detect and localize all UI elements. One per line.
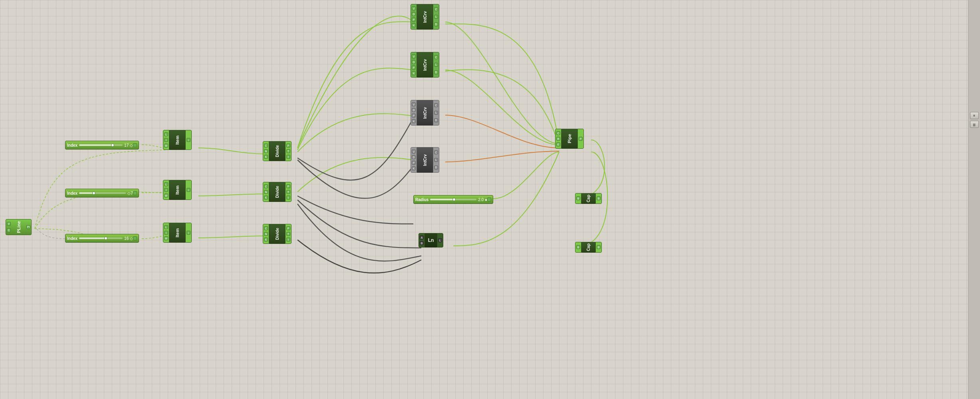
radius-slider-label: Radius <box>415 198 429 202</box>
ic3-l: L <box>434 111 438 115</box>
index-slider-2-label: Index <box>67 191 77 196</box>
right-panel: ≡ ||| <box>968 0 980 399</box>
ic1-c: C <box>434 7 438 11</box>
pline-port-pl: Pl <box>26 225 30 229</box>
intcrv-node-1[interactable]: V D P K IntCrv C L D <box>411 4 439 30</box>
intcrv3-label: IntCrv <box>423 107 427 119</box>
ic3-d2: D <box>434 118 438 122</box>
ic1-d2: D <box>434 22 438 26</box>
div1-port-n: N <box>264 149 268 153</box>
item2-port-w: W <box>164 194 168 198</box>
pipe-port-p: P <box>579 137 583 141</box>
ln-port-a: A <box>420 235 424 239</box>
item1-port-out: i <box>186 138 190 142</box>
index-slider-2[interactable]: Index ◇7 <box>65 189 139 198</box>
cap2-port-b-out: B <box>597 245 601 249</box>
intcrv-node-2[interactable]: V D P K IntCrv C L D <box>411 52 439 78</box>
index-slider-2-output <box>133 191 137 195</box>
index-slider-3-output <box>133 236 137 240</box>
panel-button-2[interactable]: ||| <box>970 121 979 128</box>
item3-label: Item <box>175 228 180 237</box>
intcrv2-label: IntCrv <box>423 59 427 71</box>
radius-slider[interactable]: Radius 2.0 ● <box>413 195 493 204</box>
pipe-port-r: R <box>556 137 560 141</box>
index-slider-3[interactable]: Index 16 ◇ <box>65 234 139 243</box>
item2-label: Item <box>175 186 180 195</box>
ln-port-l: L <box>438 238 442 242</box>
div2-port-p: P <box>286 184 290 188</box>
item1-port-w: W <box>164 144 168 148</box>
index-slider-2-value: ◇7 <box>127 191 133 196</box>
div3-port-k: K <box>264 237 268 241</box>
item-node-3[interactable]: L i W Item i <box>163 223 192 243</box>
divide-node-1[interactable]: C N K Divide P T t <box>263 141 292 161</box>
pipe-port-e: E <box>556 142 560 146</box>
index-slider-3-track[interactable] <box>79 237 123 239</box>
panel-button-1[interactable]: ≡ <box>970 112 979 119</box>
ic1-v: V <box>412 6 416 10</box>
item2-port-i: i <box>164 188 168 192</box>
cap-node-1[interactable]: B Cap B <box>575 193 602 204</box>
index-slider-3-label: Index <box>67 236 77 241</box>
index-slider-1-track[interactable] <box>79 144 123 146</box>
ic1-k: K <box>412 23 416 27</box>
ic1-p: P <box>412 18 416 22</box>
div3-port-t: T <box>286 232 290 236</box>
ic4-k: K <box>412 166 416 170</box>
item2-port-out: i <box>186 188 190 192</box>
radius-slider-value: 2.0 ● <box>478 198 487 202</box>
radius-slider-track[interactable] <box>430 199 476 200</box>
pipe-label: Pipe <box>567 134 572 143</box>
item1-label: Item <box>175 136 180 145</box>
pline-port-v: V <box>7 222 11 226</box>
div3-port-n: N <box>264 232 268 236</box>
div2-port-n: N <box>264 190 268 194</box>
item3-port-l: L <box>164 225 168 229</box>
index-slider-1-output <box>133 143 137 147</box>
ln-node[interactable]: A B Ln L <box>419 233 443 247</box>
divide-node-3[interactable]: C N K Divide P T t <box>263 224 292 244</box>
index-slider-2-track[interactable] <box>79 192 126 194</box>
ic2-p: P <box>412 66 416 70</box>
cap-node-2[interactable]: B Cap B <box>575 242 602 253</box>
divide1-label: Divide <box>275 145 280 157</box>
pline-port-c: C <box>7 228 11 232</box>
ic3-k: K <box>412 119 416 123</box>
ic4-l: L <box>434 158 438 162</box>
ic2-c: C <box>434 55 438 59</box>
ic4-c: C <box>434 150 438 154</box>
item3-port-w: W <box>164 236 168 240</box>
ic2-v: V <box>412 54 416 58</box>
div1-port-t: T <box>286 149 290 153</box>
index-slider-1[interactable]: Index 17 ◇ <box>65 141 139 150</box>
pline-label: PLine <box>16 221 21 233</box>
div3-port-p: P <box>286 226 290 230</box>
cap2-label: Cap <box>586 243 591 251</box>
item-node-2[interactable]: L i W Item i <box>163 180 192 200</box>
ic2-l: L <box>434 63 438 67</box>
intcrv1-label: IntCrv <box>423 11 427 23</box>
ic1-l: L <box>434 15 438 19</box>
intcrv-node-3[interactable]: V D P K IntCrv C L D <box>411 100 439 126</box>
pline-node[interactable]: V C PLine Pl <box>6 219 32 235</box>
ic4-v: V <box>412 150 416 154</box>
ic3-c: C <box>434 103 438 107</box>
div1-port-k: K <box>264 155 268 159</box>
ln-label: Ln <box>428 237 434 243</box>
pipe-node[interactable]: C R E Pipe P <box>555 129 584 149</box>
item3-port-i: i <box>164 231 168 235</box>
ic3-p: P <box>412 114 416 118</box>
divide3-label: Divide <box>275 228 280 240</box>
ic2-d2: D <box>434 70 438 74</box>
item-node-1[interactable]: L i W Item i <box>163 130 192 150</box>
ic4-d: D <box>412 155 416 159</box>
intcrv-node-4[interactable]: V D P K IntCrv C L D <box>411 147 439 173</box>
div1-port-p: P <box>286 144 290 148</box>
item1-port-i: i <box>164 138 168 142</box>
ic4-p: P <box>412 161 416 165</box>
divide-node-2[interactable]: C N K Divide P T t <box>263 182 292 202</box>
ic3-v: V <box>412 102 416 106</box>
cap2-port-b: B <box>576 245 580 249</box>
ic2-d: D <box>412 60 416 64</box>
index-slider-1-label: Index <box>67 143 77 148</box>
